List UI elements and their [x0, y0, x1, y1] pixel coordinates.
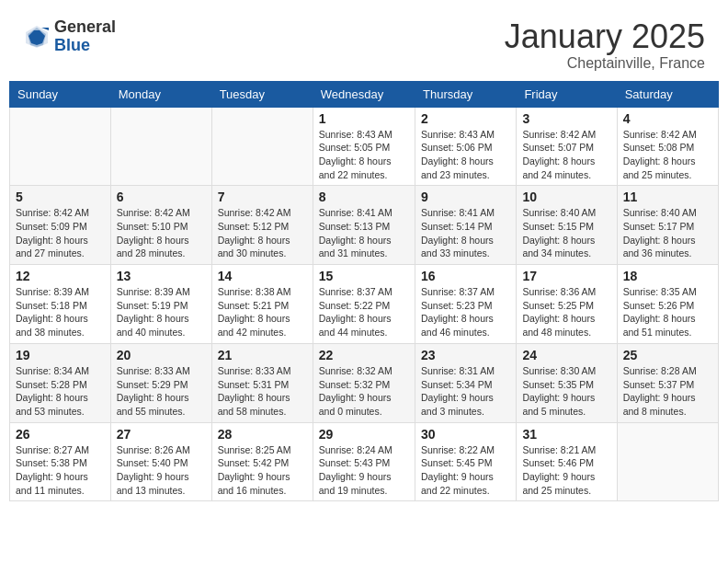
day-info: Sunrise: 8:37 AM Sunset: 5:22 PM Dayligh… [319, 285, 409, 339]
day-info: Sunrise: 8:30 AM Sunset: 5:35 PM Dayligh… [522, 364, 610, 419]
day-number: 2 [421, 111, 510, 126]
calendar-day: 12Sunrise: 8:39 AM Sunset: 5:18 PM Dayli… [10, 265, 111, 344]
calendar-day: 5Sunrise: 8:42 AM Sunset: 5:09 PM Daylig… [10, 186, 111, 265]
location: Cheptainville, France [505, 55, 705, 72]
day-info: Sunrise: 8:28 AM Sunset: 5:37 PM Dayligh… [623, 364, 712, 419]
day-info: Sunrise: 8:31 AM Sunset: 5:34 PM Dayligh… [421, 364, 510, 419]
day-number: 25 [623, 348, 712, 362]
day-info: Sunrise: 8:40 AM Sunset: 5:17 PM Dayligh… [623, 206, 712, 260]
day-info: Sunrise: 8:42 AM Sunset: 5:08 PM Dayligh… [623, 128, 712, 182]
day-info: Sunrise: 8:38 AM Sunset: 5:21 PM Dayligh… [218, 285, 307, 339]
calendar-day [10, 107, 111, 186]
calendar-day: 27Sunrise: 8:26 AM Sunset: 5:40 PM Dayli… [110, 422, 211, 501]
calendar-header-saturday: Saturday [617, 81, 718, 107]
calendar-header-row: SundayMondayTuesdayWednesdayThursdayFrid… [10, 81, 719, 107]
calendar-day: 20Sunrise: 8:33 AM Sunset: 5:29 PM Dayli… [110, 343, 211, 422]
calendar-header-wednesday: Wednesday [313, 81, 415, 107]
day-number: 12 [16, 269, 105, 283]
day-info: Sunrise: 8:26 AM Sunset: 5:40 PM Dayligh… [117, 443, 206, 498]
title-section: January 2025 Cheptainville, France [505, 18, 705, 72]
calendar-day: 18Sunrise: 8:35 AM Sunset: 5:26 PM Dayli… [617, 265, 718, 344]
day-number: 10 [522, 190, 610, 204]
calendar-day: 3Sunrise: 8:42 AM Sunset: 5:07 PM Daylig… [517, 107, 617, 186]
day-number: 30 [421, 427, 510, 442]
day-info: Sunrise: 8:22 AM Sunset: 5:45 PM Dayligh… [421, 443, 510, 498]
calendar-week-1: 1Sunrise: 8:43 AM Sunset: 5:05 PM Daylig… [10, 107, 719, 186]
month-title: January 2025 [505, 18, 705, 55]
calendar-table: SundayMondayTuesdayWednesdayThursdayFrid… [9, 81, 719, 502]
calendar-week-3: 12Sunrise: 8:39 AM Sunset: 5:18 PM Dayli… [10, 265, 719, 344]
day-number: 26 [16, 427, 105, 442]
logo-blue: Blue [54, 37, 116, 55]
day-info: Sunrise: 8:36 AM Sunset: 5:25 PM Dayligh… [522, 285, 610, 339]
calendar-day [110, 107, 211, 186]
calendar-day: 9Sunrise: 8:41 AM Sunset: 5:14 PM Daylig… [415, 186, 516, 265]
day-info: Sunrise: 8:39 AM Sunset: 5:18 PM Dayligh… [16, 285, 105, 339]
day-info: Sunrise: 8:39 AM Sunset: 5:19 PM Dayligh… [117, 285, 206, 339]
calendar-day: 23Sunrise: 8:31 AM Sunset: 5:34 PM Dayli… [415, 343, 516, 422]
calendar-day [617, 422, 718, 501]
calendar-day [211, 107, 313, 186]
day-number: 24 [522, 348, 610, 362]
calendar-header-friday: Friday [517, 81, 617, 107]
day-number: 1 [319, 111, 409, 126]
day-info: Sunrise: 8:27 AM Sunset: 5:38 PM Dayligh… [16, 443, 105, 498]
calendar-day: 15Sunrise: 8:37 AM Sunset: 5:22 PM Dayli… [313, 265, 415, 344]
day-number: 4 [623, 111, 712, 126]
day-info: Sunrise: 8:40 AM Sunset: 5:15 PM Dayligh… [522, 206, 610, 260]
day-number: 6 [117, 190, 206, 204]
day-number: 11 [623, 190, 712, 204]
day-number: 7 [218, 190, 307, 204]
day-number: 22 [319, 348, 409, 362]
day-number: 18 [623, 269, 712, 283]
day-info: Sunrise: 8:37 AM Sunset: 5:23 PM Dayligh… [421, 285, 510, 339]
calendar-day: 14Sunrise: 8:38 AM Sunset: 5:21 PM Dayli… [211, 265, 313, 344]
calendar-day: 31Sunrise: 8:21 AM Sunset: 5:46 PM Dayli… [517, 422, 617, 501]
calendar-header-thursday: Thursday [415, 81, 516, 107]
calendar-header-sunday: Sunday [10, 81, 111, 107]
day-info: Sunrise: 8:33 AM Sunset: 5:29 PM Dayligh… [117, 364, 206, 419]
day-info: Sunrise: 8:32 AM Sunset: 5:32 PM Dayligh… [319, 364, 409, 419]
day-info: Sunrise: 8:42 AM Sunset: 5:07 PM Dayligh… [522, 128, 610, 182]
calendar-day: 13Sunrise: 8:39 AM Sunset: 5:19 PM Dayli… [110, 265, 211, 344]
day-info: Sunrise: 8:34 AM Sunset: 5:28 PM Dayligh… [16, 364, 105, 419]
calendar-header-tuesday: Tuesday [211, 81, 313, 107]
calendar-day: 4Sunrise: 8:42 AM Sunset: 5:08 PM Daylig… [617, 107, 718, 186]
day-info: Sunrise: 8:35 AM Sunset: 5:26 PM Dayligh… [623, 285, 712, 339]
calendar-day: 17Sunrise: 8:36 AM Sunset: 5:25 PM Dayli… [517, 265, 617, 344]
calendar-day: 26Sunrise: 8:27 AM Sunset: 5:38 PM Dayli… [10, 422, 111, 501]
day-number: 21 [218, 348, 307, 362]
calendar-day: 30Sunrise: 8:22 AM Sunset: 5:45 PM Dayli… [415, 422, 516, 501]
day-info: Sunrise: 8:42 AM Sunset: 5:12 PM Dayligh… [218, 206, 307, 260]
logo-text: General Blue [54, 18, 116, 55]
day-number: 14 [218, 269, 307, 283]
day-info: Sunrise: 8:21 AM Sunset: 5:46 PM Dayligh… [522, 443, 610, 498]
calendar-day: 8Sunrise: 8:41 AM Sunset: 5:13 PM Daylig… [313, 186, 415, 265]
day-number: 23 [421, 348, 510, 362]
calendar-day: 22Sunrise: 8:32 AM Sunset: 5:32 PM Dayli… [313, 343, 415, 422]
logo: General Blue [23, 18, 116, 55]
day-info: Sunrise: 8:24 AM Sunset: 5:43 PM Dayligh… [319, 443, 409, 498]
day-info: Sunrise: 8:43 AM Sunset: 5:05 PM Dayligh… [319, 128, 409, 182]
calendar-header-monday: Monday [110, 81, 211, 107]
day-number: 16 [421, 269, 510, 283]
day-number: 29 [319, 427, 409, 442]
calendar-day: 28Sunrise: 8:25 AM Sunset: 5:42 PM Dayli… [211, 422, 313, 501]
day-info: Sunrise: 8:43 AM Sunset: 5:06 PM Dayligh… [421, 128, 510, 182]
day-number: 8 [319, 190, 409, 204]
page-header: General Blue January 2025 Cheptainville,… [9, 9, 719, 76]
logo-general: General [54, 18, 116, 37]
calendar-day: 11Sunrise: 8:40 AM Sunset: 5:17 PM Dayli… [617, 186, 718, 265]
calendar-week-5: 26Sunrise: 8:27 AM Sunset: 5:38 PM Dayli… [10, 422, 719, 501]
day-info: Sunrise: 8:33 AM Sunset: 5:31 PM Dayligh… [218, 364, 307, 419]
day-info: Sunrise: 8:42 AM Sunset: 5:10 PM Dayligh… [117, 206, 206, 260]
calendar-day: 24Sunrise: 8:30 AM Sunset: 5:35 PM Dayli… [517, 343, 617, 422]
day-number: 9 [421, 190, 510, 204]
calendar-day: 16Sunrise: 8:37 AM Sunset: 5:23 PM Dayli… [415, 265, 516, 344]
calendar-day: 21Sunrise: 8:33 AM Sunset: 5:31 PM Dayli… [211, 343, 313, 422]
day-info: Sunrise: 8:41 AM Sunset: 5:14 PM Dayligh… [421, 206, 510, 260]
calendar-week-4: 19Sunrise: 8:34 AM Sunset: 5:28 PM Dayli… [10, 343, 719, 422]
calendar-day: 19Sunrise: 8:34 AM Sunset: 5:28 PM Dayli… [10, 343, 111, 422]
day-number: 3 [522, 111, 610, 126]
logo-icon [23, 23, 51, 51]
